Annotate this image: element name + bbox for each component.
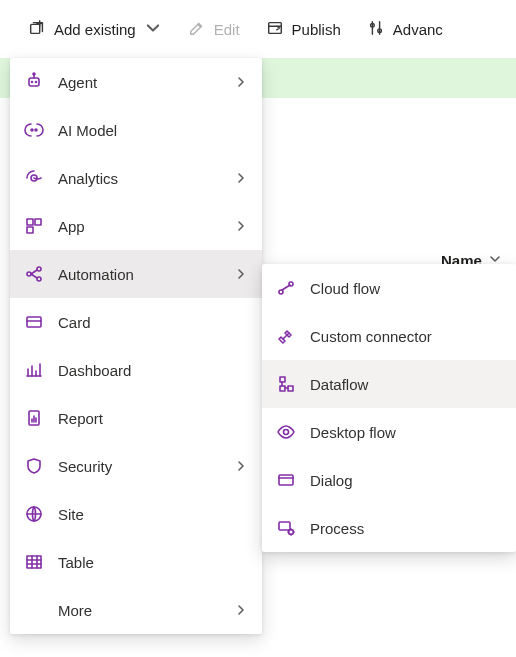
menu-item-label: Security xyxy=(58,458,220,475)
svg-point-7 xyxy=(36,82,37,83)
menu-item-label: App xyxy=(58,218,220,235)
menu-item-label: Report xyxy=(58,410,248,427)
menu-item-label: Table xyxy=(58,554,248,571)
automation-submenu: Cloud flow Custom connector Dataflow Des… xyxy=(262,264,516,552)
svg-rect-12 xyxy=(35,219,41,225)
dashboard-icon xyxy=(24,360,44,380)
dialog-icon xyxy=(276,470,296,490)
svg-point-9 xyxy=(35,129,37,131)
submenu-item-dialog[interactable]: Dialog xyxy=(262,456,516,504)
menu-item-label: More xyxy=(58,602,220,619)
submenu-item-label: Desktop flow xyxy=(310,424,502,441)
publish-icon xyxy=(266,19,284,40)
submenu-item-label: Process xyxy=(310,520,502,537)
analytics-icon xyxy=(24,168,44,188)
automation-icon xyxy=(24,264,44,284)
menu-item-security[interactable]: Security xyxy=(10,442,262,490)
globe-icon xyxy=(24,504,44,524)
svg-rect-13 xyxy=(27,227,33,233)
menu-item-agent[interactable]: Agent xyxy=(10,58,262,106)
command-bar: Add existing Edit Publish Advanc xyxy=(0,0,516,58)
submenu-item-label: Cloud flow xyxy=(310,280,502,297)
table-icon xyxy=(24,552,44,572)
menu-item-table[interactable]: Table xyxy=(10,538,262,586)
chevron-right-icon xyxy=(234,459,248,473)
svg-rect-17 xyxy=(27,317,41,327)
publish-button[interactable]: Publish xyxy=(256,13,351,46)
svg-rect-24 xyxy=(280,386,285,391)
menu-item-label: Analytics xyxy=(58,170,220,187)
svg-rect-20 xyxy=(27,556,41,568)
advanced-label: Advanc xyxy=(393,21,443,38)
edit-icon xyxy=(188,19,206,40)
svg-rect-4 xyxy=(29,78,39,86)
svg-point-26 xyxy=(284,430,289,435)
chevron-right-icon xyxy=(234,603,248,617)
submenu-item-cloud-flow[interactable]: Cloud flow xyxy=(262,264,516,312)
svg-point-6 xyxy=(32,82,33,83)
app-icon xyxy=(24,216,44,236)
svg-rect-0 xyxy=(31,24,40,33)
svg-rect-11 xyxy=(27,219,33,225)
process-icon xyxy=(276,518,296,538)
ai-model-icon xyxy=(24,120,44,140)
svg-rect-25 xyxy=(288,386,293,391)
edit-button[interactable]: Edit xyxy=(178,13,250,46)
submenu-item-label: Dataflow xyxy=(310,376,502,393)
svg-rect-27 xyxy=(279,475,293,485)
connector-icon xyxy=(276,326,296,346)
edit-label: Edit xyxy=(214,21,240,38)
svg-point-8 xyxy=(31,129,33,131)
add-existing-button[interactable]: Add existing xyxy=(18,13,172,46)
sliders-icon xyxy=(367,19,385,40)
add-existing-menu: Agent AI Model Analytics App Automation xyxy=(10,58,262,634)
menu-item-label: Dashboard xyxy=(58,362,248,379)
chevron-right-icon xyxy=(234,171,248,185)
menu-item-dashboard[interactable]: Dashboard xyxy=(10,346,262,394)
svg-rect-28 xyxy=(279,522,290,530)
chevron-right-icon xyxy=(234,219,248,233)
menu-item-label: Agent xyxy=(58,74,220,91)
cloud-flow-icon xyxy=(276,278,296,298)
menu-item-report[interactable]: Report xyxy=(10,394,262,442)
chevron-down-icon xyxy=(144,19,162,40)
menu-item-app[interactable]: App xyxy=(10,202,262,250)
submenu-item-desktop-flow[interactable]: Desktop flow xyxy=(262,408,516,456)
add-existing-label: Add existing xyxy=(54,21,136,38)
menu-item-site[interactable]: Site xyxy=(10,490,262,538)
menu-item-label: AI Model xyxy=(58,122,248,139)
agent-icon xyxy=(24,72,44,92)
report-icon xyxy=(24,408,44,428)
eye-icon xyxy=(276,422,296,442)
menu-item-analytics[interactable]: Analytics xyxy=(10,154,262,202)
dataflow-icon xyxy=(276,374,296,394)
advanced-button[interactable]: Advanc xyxy=(357,13,453,46)
chevron-right-icon xyxy=(234,75,248,89)
shield-icon xyxy=(24,456,44,476)
menu-item-label: Card xyxy=(58,314,248,331)
menu-item-card[interactable]: Card xyxy=(10,298,262,346)
menu-item-automation[interactable]: Automation xyxy=(10,250,262,298)
submenu-item-dataflow[interactable]: Dataflow xyxy=(262,360,516,408)
card-icon xyxy=(24,312,44,332)
chevron-right-icon xyxy=(234,267,248,281)
menu-item-ai-model[interactable]: AI Model xyxy=(10,106,262,154)
submenu-item-process[interactable]: Process xyxy=(262,504,516,552)
menu-item-more[interactable]: More xyxy=(10,586,262,634)
add-existing-icon xyxy=(28,19,46,40)
submenu-item-label: Dialog xyxy=(310,472,502,489)
publish-label: Publish xyxy=(292,21,341,38)
menu-item-label: Site xyxy=(58,506,248,523)
menu-item-label: Automation xyxy=(58,266,220,283)
submenu-item-custom-connector[interactable]: Custom connector xyxy=(262,312,516,360)
submenu-item-label: Custom connector xyxy=(310,328,502,345)
svg-rect-23 xyxy=(280,377,285,382)
